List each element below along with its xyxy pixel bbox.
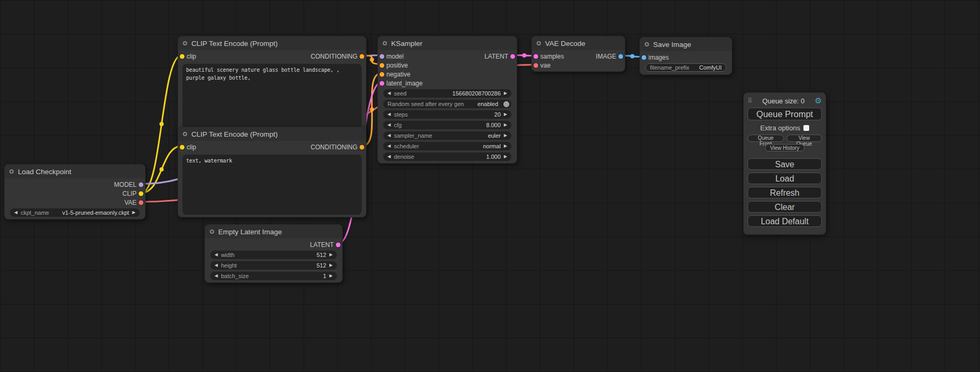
decrement-arrow-icon[interactable]: ◀ <box>215 263 218 268</box>
node-titlebar[interactable]: VAE Decode <box>532 36 625 50</box>
clip-input-dot[interactable] <box>180 54 185 59</box>
decrement-arrow-icon[interactable]: ◀ <box>387 155 391 159</box>
collapse-toggle-icon[interactable] <box>183 132 187 136</box>
samples-input-dot[interactable] <box>533 54 538 59</box>
view-history-button[interactable]: View History <box>765 144 804 151</box>
clip-output-dot[interactable] <box>139 191 143 196</box>
collapse-toggle-icon[interactable] <box>9 169 14 174</box>
port-label: LATENT <box>310 241 334 249</box>
image-output-dot[interactable] <box>618 54 623 59</box>
collapse-toggle-icon[interactable] <box>383 41 387 45</box>
increment-arrow-icon[interactable]: ▶ <box>504 123 507 127</box>
clip-input-dot[interactable] <box>180 145 185 149</box>
node-titlebar[interactable]: CLIP Text Encode (Prompt) <box>178 36 366 50</box>
collapse-toggle-icon[interactable] <box>645 42 649 46</box>
node-ksampler[interactable]: KSampler model LATENT positive negative … <box>377 36 517 164</box>
node-save-image[interactable]: Save Image images filename_prefix ComfyU… <box>639 37 732 75</box>
decrement-arrow-icon[interactable]: ◀ <box>387 112 391 117</box>
queue-prompt-button[interactable]: Queue Prompt <box>748 108 822 120</box>
widget-ckpt-name[interactable]: ◀ ckpt_name v1-5-pruned-emaonly.ckpt ▶ <box>10 208 140 217</box>
port-label: clip <box>187 53 196 60</box>
collapse-toggle-icon[interactable] <box>183 41 187 45</box>
view-queue-button[interactable]: View Queue <box>787 135 822 142</box>
widget-batch-size[interactable]: ◀ batch_size 1 ▶ <box>210 272 337 280</box>
node-load-checkpoint[interactable]: Load Checkpoint MODEL CLIP VAE ◀ ckpt_na… <box>4 164 145 220</box>
model-output-dot[interactable] <box>139 182 143 187</box>
increment-arrow-icon[interactable]: ▶ <box>504 155 507 159</box>
prompt-textarea[interactable]: text, watermark <box>182 155 362 215</box>
node-title: Load Checkpoint <box>18 168 71 176</box>
clear-button[interactable]: Clear <box>748 201 822 213</box>
widget-steps[interactable]: ◀ steps 20 ▶ <box>383 110 511 119</box>
increment-arrow-icon[interactable]: ▶ <box>329 253 333 257</box>
queue-front-button[interactable]: Queue Front <box>748 135 784 142</box>
widget-denoise[interactable]: ◀ denoise 1.000 ▶ <box>383 152 511 161</box>
node-empty-latent-image[interactable]: Empty Latent Image LATENT ◀ width 512 ▶ … <box>205 224 343 283</box>
node-titlebar[interactable]: KSampler <box>378 36 517 50</box>
increment-arrow-icon[interactable]: ▶ <box>504 112 507 117</box>
widget-seed[interactable]: ◀ seed 156680208700286 ▶ <box>383 89 511 98</box>
latent-output-dot[interactable] <box>336 242 341 247</box>
node-titlebar[interactable]: Empty Latent Image <box>205 225 342 239</box>
increment-arrow-icon[interactable]: ▶ <box>329 274 333 278</box>
increment-arrow-icon[interactable]: ▶ <box>504 91 507 96</box>
input-row: negative <box>378 70 517 79</box>
node-titlebar[interactable]: Load Checkpoint <box>5 165 145 178</box>
latent-output-dot[interactable] <box>510 54 515 59</box>
latent-image-input-dot[interactable] <box>380 81 384 85</box>
port-label: positive <box>386 62 408 69</box>
widget-random-seed-toggle[interactable]: Random seed after every gen enabled <box>383 100 511 108</box>
increment-arrow-icon[interactable]: ▶ <box>504 133 507 138</box>
decrement-arrow-icon[interactable]: ◀ <box>215 253 218 257</box>
decrement-arrow-icon[interactable]: ◀ <box>387 91 391 96</box>
node-titlebar[interactable]: Save Image <box>640 37 732 51</box>
collapse-toggle-icon[interactable] <box>210 230 214 234</box>
port-label: IMAGE <box>596 53 616 60</box>
load-default-button[interactable]: Load Default <box>748 215 822 227</box>
comfy-menu-panel[interactable]: ⠿ Queue size: 0 ⚙ Queue Prompt Extra opt… <box>743 92 826 235</box>
drag-handle-icon[interactable]: ⠿ <box>748 97 752 104</box>
decrement-arrow-icon[interactable]: ◀ <box>387 133 391 138</box>
toggle-knob-icon[interactable] <box>503 101 509 107</box>
settings-gear-icon[interactable]: ⚙ <box>815 96 822 106</box>
save-button[interactable]: Save <box>748 158 822 170</box>
input-row: images <box>640 53 732 62</box>
port-label: model <box>386 53 404 60</box>
refresh-button[interactable]: Refresh <box>748 187 822 198</box>
collapse-toggle-icon[interactable] <box>537 41 541 45</box>
decrement-arrow-icon[interactable]: ◀ <box>387 144 391 148</box>
increment-arrow-icon[interactable]: ▶ <box>504 144 507 148</box>
port-label: vae <box>540 62 550 69</box>
port-label: samples <box>540 53 564 60</box>
widget-height[interactable]: ◀ height 512 ▶ <box>210 261 337 270</box>
wire-midpoint-dot <box>160 122 164 126</box>
vae-input-dot[interactable] <box>533 63 538 68</box>
conditioning-output-dot[interactable] <box>360 54 364 59</box>
extra-options-checkbox[interactable] <box>803 125 809 131</box>
widget-filename-prefix[interactable]: filename_prefix ComfyUI <box>645 63 726 72</box>
increment-arrow-icon[interactable]: ▶ <box>132 211 135 215</box>
decrement-arrow-icon[interactable]: ◀ <box>215 274 218 278</box>
widget-width[interactable]: ◀ width 512 ▶ <box>210 251 337 259</box>
conditioning-output-dot[interactable] <box>360 145 364 149</box>
widget-cfg[interactable]: ◀ cfg 8.000 ▶ <box>383 121 511 129</box>
node-titlebar[interactable]: CLIP Text Encode (Prompt) <box>178 127 366 141</box>
node-title: CLIP Text Encode (Prompt) <box>191 40 278 47</box>
decrement-arrow-icon[interactable]: ◀ <box>14 211 17 215</box>
widget-sampler-name[interactable]: ◀ sampler_name euler ▶ <box>383 131 511 140</box>
node-vae-decode[interactable]: VAE Decode samples IMAGE vae <box>531 36 625 72</box>
positive-input-dot[interactable] <box>380 63 384 68</box>
port-label: CONDITIONING <box>311 144 357 151</box>
decrement-arrow-icon[interactable]: ◀ <box>387 123 391 127</box>
negative-input-dot[interactable] <box>380 72 384 77</box>
increment-arrow-icon[interactable]: ▶ <box>329 263 333 268</box>
model-input-dot[interactable] <box>380 54 384 59</box>
port-label: VAE <box>124 199 137 206</box>
load-button[interactable]: Load <box>748 173 822 184</box>
port-label: latent_image <box>386 80 423 87</box>
port-row: samples IMAGE <box>532 52 625 61</box>
node-clip-text-encode-negative[interactable]: CLIP Text Encode (Prompt) clip CONDITION… <box>178 127 366 217</box>
widget-scheduler[interactable]: ◀ scheduler normal ▶ <box>383 142 511 150</box>
vae-output-dot[interactable] <box>139 200 143 205</box>
images-input-dot[interactable] <box>642 55 646 60</box>
